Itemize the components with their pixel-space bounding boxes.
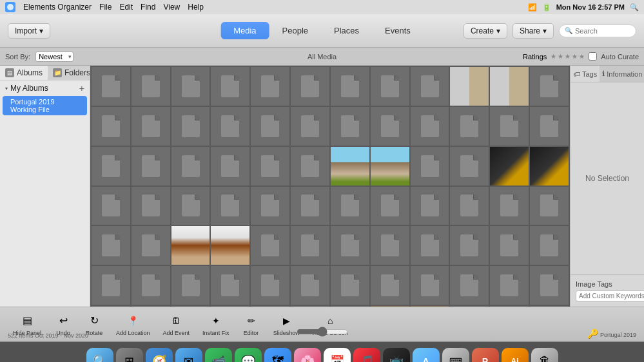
grid-cell[interactable] [291, 67, 329, 106]
grid-cell[interactable] [371, 226, 409, 265]
star-2[interactable]: ★ [558, 53, 563, 60]
add-album-icon[interactable]: + [79, 83, 84, 93]
search-input[interactable] [575, 27, 627, 35]
my-albums-header[interactable]: ▾ My Albums + [0, 81, 90, 96]
dock-facetime[interactable]: 📹 [205, 348, 232, 363]
menubar-edit[interactable]: Edit [119, 3, 133, 12]
rating-stars[interactable]: ★ ★ ★ ★ ★ [551, 53, 585, 60]
grid-cell[interactable] [291, 266, 329, 305]
grid-cell[interactable] [411, 266, 449, 305]
grid-cell[interactable] [211, 226, 249, 265]
tab-media[interactable]: Media [220, 22, 269, 39]
grid-cell[interactable] [411, 187, 449, 225]
dock-keyboard[interactable]: ⌨ [442, 348, 469, 363]
grid-cell[interactable] [530, 67, 569, 106]
create-button[interactable]: Create ▾ [463, 23, 507, 39]
dock-photos[interactable]: 🌸 [294, 348, 321, 363]
right-tab-tags[interactable]: 🏷 Tags [571, 66, 600, 82]
grid-cell[interactable] [490, 266, 529, 305]
grid-cell[interactable] [331, 67, 369, 106]
dock-powerpoint[interactable]: P [472, 348, 499, 363]
dock-appletv[interactable]: 📺 [383, 348, 410, 363]
tab-people[interactable]: People [269, 22, 321, 39]
grid-cell[interactable] [450, 107, 489, 146]
grid-cell[interactable] [251, 147, 289, 186]
grid-cell[interactable] [530, 107, 569, 146]
grid-cell[interactable] [411, 107, 449, 146]
grid-cell[interactable] [490, 67, 529, 106]
sidebar-tab-albums[interactable]: ▤ Albums [0, 66, 48, 80]
menubar-app-name[interactable]: Elements Organizer [23, 3, 92, 12]
grid-cell[interactable] [171, 107, 210, 146]
search-box[interactable]: 🔍 [559, 24, 636, 37]
grid-cell[interactable] [171, 67, 210, 106]
grid-cell[interactable] [132, 266, 170, 305]
grid-cell[interactable] [211, 147, 249, 186]
add-event-button[interactable]: 🗓 Add Event [158, 310, 195, 339]
grid-cell[interactable] [411, 67, 449, 106]
sort-select[interactable]: Newest Oldest Name [35, 52, 73, 62]
dock-launchpad[interactable]: ⊞ [116, 348, 143, 363]
grid-cell[interactable] [132, 147, 170, 186]
grid-cell[interactable] [291, 187, 329, 225]
star-4[interactable]: ★ [572, 53, 578, 60]
grid-cell[interactable] [211, 107, 249, 146]
grid-cell[interactable] [132, 187, 170, 225]
import-button[interactable]: Import ▾ [8, 23, 50, 39]
grid-cell[interactable] [251, 226, 289, 265]
menubar-file[interactable]: File [99, 3, 112, 12]
grid-cell[interactable] [251, 187, 289, 225]
grid-cell[interactable] [251, 107, 289, 146]
sidebar-tab-folders[interactable]: 📁 Folders [48, 66, 90, 80]
dock-calendar[interactable]: 📅 [324, 348, 351, 363]
grid-cell[interactable] [371, 266, 409, 305]
dock-music[interactable]: 🎵 [353, 348, 380, 363]
dock-illustrator[interactable]: Ai [502, 348, 529, 363]
grid-cell[interactable] [132, 107, 170, 146]
grid-cell[interactable] [411, 147, 449, 186]
grid-cell[interactable] [371, 147, 409, 186]
tab-places[interactable]: Places [321, 22, 372, 39]
grid-cell[interactable] [211, 67, 249, 106]
share-button[interactable]: Share ▾ [512, 23, 554, 39]
grid-cell[interactable] [171, 147, 210, 186]
grid-cell[interactable] [92, 266, 130, 305]
grid-cell[interactable] [132, 67, 170, 106]
grid-cell[interactable] [171, 187, 210, 225]
instant-fix-button[interactable]: ✦ Instant Fix [197, 310, 235, 339]
tags-input[interactable] [576, 291, 644, 301]
grid-cell[interactable] [251, 266, 289, 305]
menubar-view[interactable]: View [163, 3, 180, 12]
grid-cell[interactable] [331, 147, 369, 186]
grid-cell[interactable] [530, 226, 569, 265]
grid-cell[interactable] [291, 226, 329, 265]
grid-cell[interactable] [411, 226, 449, 265]
grid-cell[interactable] [171, 226, 210, 265]
star-5[interactable]: ★ [579, 53, 585, 60]
grid-cell[interactable] [371, 107, 409, 146]
grid-cell[interactable] [530, 187, 569, 225]
grid-cell[interactable] [450, 147, 489, 186]
grid-cell[interactable] [251, 67, 289, 106]
grid-cell[interactable] [92, 187, 130, 225]
grid-cell[interactable] [530, 266, 569, 305]
grid-cell[interactable] [331, 266, 369, 305]
dock-mail[interactable]: ✉ [175, 348, 202, 363]
grid-cell[interactable] [171, 266, 210, 305]
tab-events[interactable]: Events [372, 22, 424, 39]
grid-cell[interactable] [530, 147, 569, 186]
dock-maps[interactable]: 🗺 [264, 348, 291, 363]
grid-cell[interactable] [450, 67, 489, 106]
grid-cell[interactable] [331, 226, 369, 265]
album-item-portugal[interactable]: Portugal 2019 Working File [3, 96, 87, 115]
grid-cell[interactable] [291, 107, 329, 146]
dock-app-store[interactable]: A [413, 348, 440, 363]
grid-cell[interactable] [450, 187, 489, 225]
dock-safari[interactable]: 🧭 [146, 348, 173, 363]
editor-button[interactable]: ✏ Editor [237, 310, 266, 339]
add-location-button[interactable]: 📍 Add Location [111, 310, 155, 339]
grid-area[interactable] [90, 66, 570, 307]
grid-cell[interactable] [92, 147, 130, 186]
grid-cell[interactable] [211, 266, 249, 305]
star-3[interactable]: ★ [565, 53, 571, 60]
